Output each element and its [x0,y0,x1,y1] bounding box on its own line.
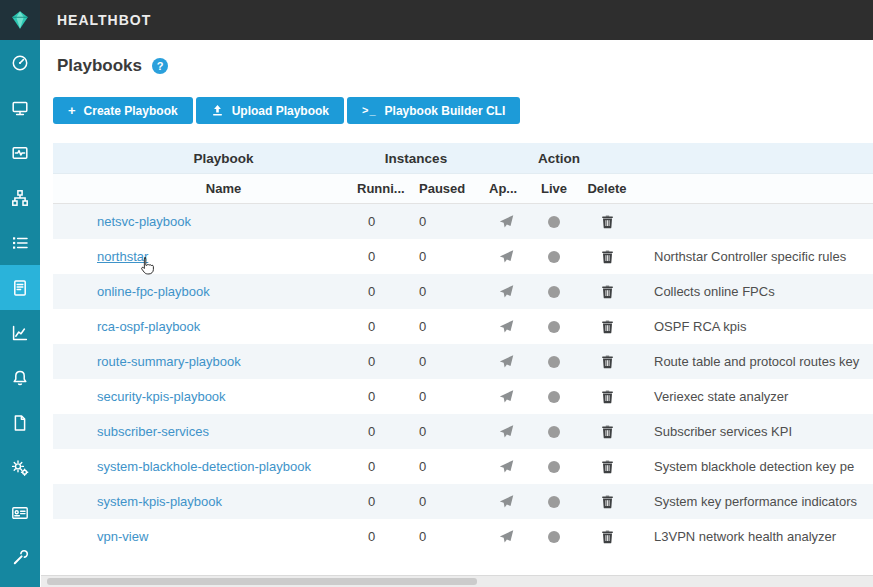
paused-count: 0 [412,424,482,439]
delete-button[interactable] [600,284,615,299]
sidebar-item-playbooks[interactable] [0,265,40,310]
apply-button[interactable] [499,389,514,404]
playbook-link[interactable]: netsvc-playbook [97,214,191,229]
sidebar-item-tools[interactable] [0,535,40,580]
apply-button[interactable] [499,529,514,544]
playbook-link[interactable]: system-kpis-playbook [97,494,222,509]
sidebar-item-charts[interactable] [0,310,40,355]
chart-icon [11,324,29,342]
terminal-prompt-icon: >_ [362,105,377,116]
sidebar-item-dashboard[interactable] [0,40,40,85]
playbook-link[interactable]: online-fpc-playbook [97,284,210,299]
playbook-link[interactable]: vpn-view [97,529,148,544]
apply-button[interactable] [499,249,514,264]
horizontal-scrollbar[interactable] [41,575,873,587]
delete-button[interactable] [600,529,615,544]
paper-plane-icon [499,354,514,369]
sidebar-item-topology[interactable] [0,175,40,220]
table-row: system-blackhole-detection-playbook 0 0 … [53,449,873,484]
paper-plane-icon [499,389,514,404]
running-count: 0 [350,494,412,509]
trash-icon [600,284,615,299]
live-status-icon[interactable] [548,496,560,508]
apply-button[interactable] [499,354,514,369]
delete-button[interactable] [600,494,615,509]
column-header-paused: Paused [412,181,482,196]
live-status-icon[interactable] [548,461,560,473]
trash-icon [600,319,615,334]
trash-icon [600,249,615,264]
playbook-link[interactable]: subscriber-services [97,424,209,439]
paused-count: 0 [412,249,482,264]
live-status-icon[interactable] [548,426,560,438]
file-icon [11,414,29,432]
apply-button[interactable] [499,424,514,439]
sidebar-item-health[interactable] [0,130,40,175]
apply-button[interactable] [499,214,514,229]
playbook-builder-cli-button[interactable]: >_ Playbook Builder CLI [347,97,520,124]
delete-button[interactable] [600,354,615,369]
paused-count: 0 [412,214,482,229]
plus-icon: + [68,104,76,117]
playbook-description: Northstar Controller specific rules [636,249,873,264]
gem-icon [9,9,31,31]
sidebar-item-reports[interactable] [0,400,40,445]
paused-count: 0 [412,284,482,299]
paused-count: 0 [412,354,482,369]
live-status-icon[interactable] [548,251,560,263]
group-header-instances: Instances [350,151,482,166]
create-playbook-label: Create Playbook [84,104,178,118]
apply-button[interactable] [499,284,514,299]
delete-button[interactable] [600,389,615,404]
delete-button[interactable] [600,319,615,334]
playbook-description: Veriexec state analyzer [636,389,873,404]
sidebar-item-idcard[interactable] [0,490,40,535]
scrollbar-thumb[interactable] [47,578,477,585]
app-logo[interactable] [0,0,40,40]
apply-button[interactable] [499,459,514,474]
group-header-action: Action [482,151,636,166]
trash-icon [600,389,615,404]
upload-icon [211,104,224,117]
live-status-icon[interactable] [548,286,560,298]
live-status-icon[interactable] [548,531,560,543]
delete-button[interactable] [600,424,615,439]
playbook-link[interactable]: route-summary-playbook [97,354,241,369]
paper-plane-icon [499,529,514,544]
topology-icon [11,189,29,207]
gauge-icon [11,54,29,72]
live-status-icon[interactable] [548,391,560,403]
table-row: route-summary-playbook 0 0 Route table a… [53,344,873,379]
sidebar-nav [0,40,40,587]
playbook-link[interactable]: rca-ospf-playbook [97,319,200,334]
sidebar-item-monitor[interactable] [0,85,40,130]
live-status-icon[interactable] [548,216,560,228]
delete-button[interactable] [600,214,615,229]
delete-button[interactable] [600,249,615,264]
table-group-header-row: Playbook Instances Action [53,143,873,174]
playbook-link[interactable]: northstar [97,249,148,264]
create-playbook-button[interactable]: + Create Playbook [53,97,193,124]
trash-icon [600,354,615,369]
apply-button[interactable] [499,319,514,334]
trash-icon [600,214,615,229]
paper-plane-icon [499,459,514,474]
apply-button[interactable] [499,494,514,509]
playbooks-table: Playbook Instances Action Name Runni... … [53,143,873,554]
paper-plane-icon [499,249,514,264]
live-status-icon[interactable] [548,321,560,333]
delete-button[interactable] [600,459,615,474]
trash-icon [600,459,615,474]
playbook-link[interactable]: system-blackhole-detection-playbook [97,459,311,474]
help-icon[interactable]: ? [152,58,168,74]
running-count: 0 [350,214,412,229]
table-row: northstar 0 0 Northstar Controller speci… [53,239,873,274]
sidebar-item-alerts[interactable] [0,355,40,400]
playbook-link[interactable]: security-kpis-playbook [97,389,226,404]
live-status-icon[interactable] [548,356,560,368]
sidebar-item-settings[interactable] [0,445,40,490]
upload-playbook-button[interactable]: Upload Playbook [196,97,344,124]
sidebar-item-tasks[interactable] [0,220,40,265]
main-content: Playbooks ? + Create Playbook Upload Pla… [40,40,873,587]
health-monitor-icon [11,144,29,162]
